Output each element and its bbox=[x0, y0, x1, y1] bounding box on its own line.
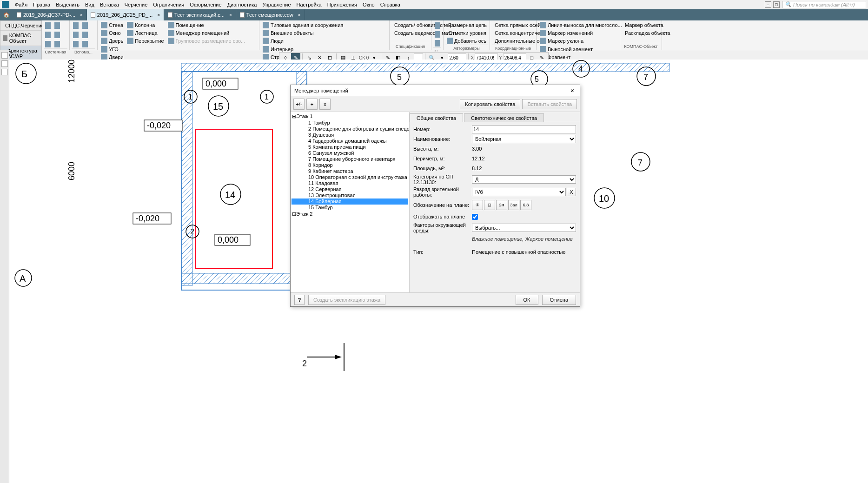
rb-dim-chain[interactable]: Размерная цепь bbox=[445, 21, 488, 29]
menu-format[interactable]: Оформление bbox=[187, 1, 224, 8]
tree-item[interactable]: 8 Коридор bbox=[292, 162, 408, 168]
rb-people[interactable]: Люди bbox=[261, 37, 345, 45]
paste-props-button[interactable]: Вставить свойства bbox=[522, 99, 577, 109]
rb-grid-conc[interactable]: Сетка концентрическ... bbox=[492, 29, 534, 37]
cancel-button[interactable]: Отмена bbox=[542, 295, 576, 305]
rb-typical[interactable]: Типовые здания и сооружения bbox=[261, 21, 345, 29]
tree-item[interactable]: 7 Помещение уборочного инвентаря bbox=[292, 156, 408, 162]
tree-item[interactable]: 15 Тамбур bbox=[292, 205, 408, 211]
clear-button[interactable]: X bbox=[567, 188, 576, 196]
collapse-icon[interactable]: ⊟ bbox=[292, 113, 296, 119]
rb-f[interactable] bbox=[81, 40, 89, 48]
tree-item[interactable]: 14 Бойлерная bbox=[292, 198, 408, 205]
rb-new[interactable] bbox=[44, 21, 52, 30]
rb-obj-marker[interactable]: Маркер объекта bbox=[622, 21, 660, 29]
rb-window[interactable]: Окно bbox=[99, 29, 125, 37]
help-button[interactable]: ? bbox=[294, 295, 305, 305]
rb-open[interactable] bbox=[53, 21, 61, 30]
menu-settings[interactable]: Настройка bbox=[294, 1, 325, 8]
rb-slab[interactable]: Перекрытие bbox=[126, 37, 165, 45]
close-icon[interactable]: × bbox=[569, 87, 576, 94]
doc-tab-2[interactable]: Тест экспликаций.c...× bbox=[164, 9, 236, 20]
rb-a[interactable] bbox=[72, 21, 80, 30]
command-search-input[interactable]: 🔍 Поиск по командам (Alt+/) bbox=[782, 1, 866, 8]
rb-room-manager[interactable]: Менеджер помещений bbox=[166, 29, 247, 37]
rb-add-axis[interactable]: Добавить ось bbox=[445, 37, 488, 45]
rb-print[interactable] bbox=[53, 31, 61, 39]
tab-lighting[interactable]: Светотехнические свойства bbox=[464, 113, 544, 122]
menu-edit[interactable]: Правка bbox=[30, 1, 53, 8]
expand-icon[interactable]: ⊞ bbox=[292, 211, 296, 217]
close-icon[interactable]: × bbox=[157, 13, 160, 18]
maximize-icon[interactable]: □ bbox=[773, 1, 780, 8]
copy-props-button[interactable]: Копировать свойства bbox=[460, 99, 520, 109]
plan-style-5[interactable]: 6.8 bbox=[520, 200, 531, 210]
rb-redo[interactable] bbox=[53, 40, 61, 48]
rb-settings[interactable] bbox=[433, 39, 442, 47]
rb-slope-marker[interactable]: Маркер уклона bbox=[538, 37, 623, 45]
rb-add-axes[interactable]: Дополнительные ос... bbox=[492, 37, 534, 45]
tree-floor-1[interactable]: ⊟Этаж 1 bbox=[292, 113, 408, 120]
side-kompas-obj[interactable]: КОМПАС-Объект bbox=[0, 31, 41, 46]
menu-select[interactable]: Выделить bbox=[53, 1, 82, 8]
rb-external[interactable]: Внешние объекты bbox=[261, 29, 345, 37]
rb-door[interactable]: Дверь bbox=[99, 37, 125, 45]
close-icon[interactable]: × bbox=[229, 13, 232, 18]
rb-group-place[interactable]: Групповое размещение сво... bbox=[166, 37, 247, 45]
show-on-plan-checkbox[interactable] bbox=[472, 214, 478, 220]
tree-item[interactable]: 4 Гардеробная домашней одежы bbox=[292, 138, 408, 144]
rb-create-spec[interactable]: Создать/ обновить спец... bbox=[391, 21, 429, 29]
side-spds[interactable]: СПДС.Черчение bbox=[0, 21, 41, 31]
plan-style-1[interactable]: ① bbox=[472, 200, 483, 210]
tree-item[interactable]: 11 Кладовая bbox=[292, 180, 408, 186]
doc-tab-3[interactable]: Тест смещение.cdw× bbox=[236, 9, 305, 20]
home-tab-icon[interactable]: 🏠 bbox=[0, 9, 13, 20]
close-icon[interactable]: × bbox=[80, 13, 83, 18]
rb-sa[interactable] bbox=[433, 21, 442, 30]
menu-view[interactable]: Вид bbox=[82, 1, 97, 8]
menu-insert[interactable]: Вставка bbox=[97, 1, 122, 8]
tree-item[interactable]: 2 Помещение для обогрева и сушки спецоде… bbox=[292, 126, 408, 132]
tree-item[interactable]: 6 Санузел мужской bbox=[292, 150, 408, 156]
btn-plusminus[interactable]: +/- bbox=[293, 99, 305, 110]
rb-leader[interactable]: Линия-выноска для многосло... bbox=[538, 21, 623, 29]
btn-delete[interactable]: x bbox=[319, 99, 331, 110]
close-icon[interactable]: × bbox=[298, 13, 301, 18]
tree-item[interactable]: 1 Тамбур bbox=[292, 120, 408, 126]
number-field[interactable] bbox=[472, 125, 576, 133]
tree-panel[interactable]: ⊟Этаж 1 1 Тамбур2 Помещение для обогрева… bbox=[291, 112, 410, 292]
tool-c[interactable] bbox=[1, 69, 8, 75]
rb-ugo[interactable]: УГО bbox=[99, 46, 161, 53]
tab-general[interactable]: Общие свойства bbox=[410, 113, 463, 122]
plan-style-4[interactable]: Зал bbox=[508, 200, 519, 210]
tree-item[interactable]: 13 Электрощитовая bbox=[292, 192, 408, 198]
tree-item[interactable]: 9 Кабинет мастера bbox=[292, 168, 408, 174]
rb-obj-layout[interactable]: Раскладка объекта bbox=[622, 29, 660, 37]
rb-grid-straight[interactable]: Сетка прямых осей bbox=[492, 21, 534, 29]
menu-file[interactable]: Файл bbox=[12, 1, 30, 8]
rb-column[interactable]: Колонна bbox=[126, 21, 165, 29]
menu-constraints[interactable]: Ограничения bbox=[150, 1, 187, 8]
tree-item[interactable]: 10 Операторная с зоной для инструктажа bbox=[292, 174, 408, 180]
btn-plus[interactable]: + bbox=[306, 99, 318, 110]
cat-field[interactable]: Д bbox=[472, 175, 576, 184]
rb-undo[interactable] bbox=[44, 40, 52, 48]
menu-help[interactable]: Справка bbox=[378, 1, 403, 8]
rb-stairs[interactable]: Лестница bbox=[126, 29, 165, 37]
name-field[interactable]: Бойлерная bbox=[472, 135, 576, 143]
env-field[interactable]: Выбрать... bbox=[472, 224, 576, 232]
rb-wall[interactable]: Стена bbox=[99, 21, 125, 29]
doc-tab-0[interactable]: 2019_206-ДС37-PD-...× bbox=[13, 9, 87, 20]
plan-style-2[interactable]: ⊡ bbox=[484, 200, 495, 210]
menu-manage[interactable]: Управление bbox=[259, 1, 293, 8]
rb-e[interactable] bbox=[72, 40, 80, 48]
ok-button[interactable]: ОК bbox=[516, 295, 538, 305]
tree-item[interactable]: 12 Серверная bbox=[292, 186, 408, 192]
rb-c[interactable] bbox=[72, 31, 80, 39]
rb-change-marker[interactable]: Маркер изменений bbox=[538, 29, 623, 37]
doc-tab-1[interactable]: 2019_206_ДС25_PD_...× bbox=[87, 9, 164, 20]
dialog-title-bar[interactable]: Менеджер помещений × bbox=[291, 85, 580, 96]
tree-floor-2[interactable]: ⊞Этаж 2 bbox=[292, 211, 408, 218]
minimize-icon[interactable]: – bbox=[765, 1, 771, 8]
rb-level-marks[interactable]: Отметки уровня bbox=[445, 29, 488, 37]
